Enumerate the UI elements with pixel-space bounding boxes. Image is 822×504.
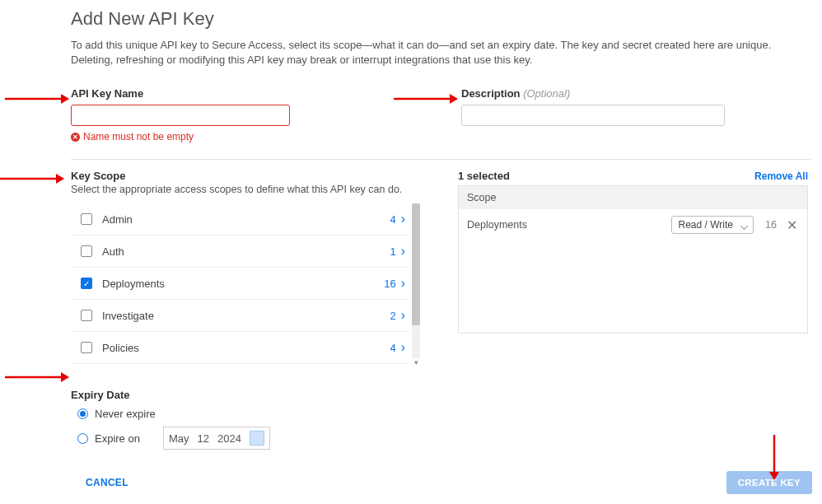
scope-name: Admin <box>102 213 390 226</box>
scrollbar-thumb[interactable] <box>412 203 420 325</box>
scope-item-investigate[interactable]: Investigate2› <box>71 300 409 332</box>
chevron-right-icon: › <box>401 340 405 355</box>
calendar-icon[interactable] <box>250 431 264 446</box>
scope-count: 4 <box>390 342 395 354</box>
scrollbar-down-arrow[interactable]: ▾ <box>412 358 420 366</box>
error-icon: ✕ <box>71 133 80 142</box>
expiry-year: 2024 <box>217 432 241 445</box>
remove-scope-icon[interactable]: ✕ <box>785 217 799 233</box>
description-label: Description (Optional) <box>461 87 725 100</box>
key-scope-heading: Key Scope <box>71 170 409 182</box>
scope-item-admin[interactable]: Admin4› <box>71 203 409 236</box>
never-expire-label: Never expire <box>95 408 156 420</box>
selected-count: 1 selected <box>458 170 510 182</box>
scope-count: 4 <box>390 213 395 226</box>
scope-list: ▾ Admin4›Auth1›✓Deployments16›Investigat… <box>71 203 409 364</box>
description-optional: (Optional) <box>523 87 570 100</box>
scope-count: 2 <box>390 310 395 322</box>
scope-item-deployments[interactable]: ✓Deployments16› <box>71 268 409 300</box>
name-error-message: ✕ Name must not be empty <box>71 131 290 142</box>
cancel-button[interactable]: CANCEL <box>86 477 128 488</box>
scope-checkbox[interactable] <box>81 213 92 225</box>
expiry-day: 12 <box>197 432 208 445</box>
scope-checkbox[interactable]: ✓ <box>81 278 92 289</box>
chevron-right-icon: › <box>401 276 405 291</box>
expiry-heading: Expiry Date <box>71 389 812 401</box>
create-key-button[interactable]: CREATE KEY <box>726 471 812 494</box>
name-error-text: Name must not be empty <box>83 131 194 142</box>
description-input[interactable] <box>461 105 725 126</box>
page-title: Add New API Key <box>71 8 812 30</box>
chevron-right-icon: › <box>401 244 405 259</box>
scope-item-auth[interactable]: Auth1› <box>71 236 409 268</box>
selected-scope-count: 16 <box>762 219 777 231</box>
selected-scope-row: DeploymentsRead / Write16✕ <box>459 209 807 240</box>
scrollbar[interactable]: ▾ <box>412 203 420 358</box>
selected-scopes-box: Scope DeploymentsRead / Write16✕ <box>458 185 808 334</box>
selected-header: Scope <box>459 186 807 209</box>
scope-name: Auth <box>102 245 390 258</box>
api-key-name-label: API Key Name <box>71 87 290 100</box>
scope-count: 1 <box>390 245 395 258</box>
scope-checkbox[interactable] <box>81 310 92 321</box>
scope-name: Deployments <box>102 278 384 290</box>
scope-count: 16 <box>384 278 395 290</box>
scope-item-policies[interactable]: Policies4› <box>71 332 409 364</box>
never-expire-radio[interactable] <box>77 408 88 419</box>
permission-dropdown[interactable]: Read / Write <box>671 216 754 234</box>
expiry-date-picker[interactable]: May 12 2024 <box>163 427 270 450</box>
scope-name: Policies <box>102 342 390 354</box>
chevron-right-icon: › <box>401 308 405 323</box>
remove-all-link[interactable]: Remove All <box>754 170 808 182</box>
api-key-name-input[interactable] <box>71 105 290 126</box>
selected-scope-name: Deployments <box>467 219 663 231</box>
key-scope-subtext: Select the appropriate access scopes to … <box>71 184 409 195</box>
expiry-month: May <box>169 432 189 445</box>
divider <box>71 159 812 160</box>
description-label-text: Description <box>461 87 521 100</box>
scope-checkbox[interactable] <box>81 342 92 353</box>
chevron-right-icon: › <box>401 212 405 226</box>
expire-on-radio[interactable] <box>77 433 88 444</box>
scope-name: Investigate <box>102 310 390 322</box>
intro-text: To add this unique API key to Secure Acc… <box>71 38 779 68</box>
expire-on-label: Expire on <box>95 432 140 445</box>
scope-checkbox[interactable] <box>81 245 92 257</box>
